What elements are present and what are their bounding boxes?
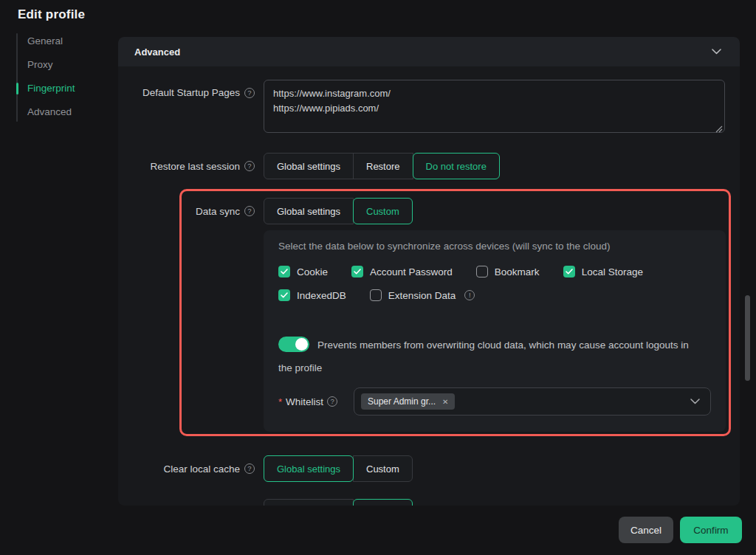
option-global-settings[interactable]: Global settings: [264, 455, 354, 482]
checkbox-checked-icon: [563, 266, 575, 278]
data-sync-label: Data sync ?: [182, 206, 255, 217]
vertical-scrollbar-thumb[interactable]: [745, 295, 750, 381]
checkbox-label: IndexedDB: [297, 290, 346, 301]
checkbox-bookmark[interactable]: Bookmark: [476, 266, 540, 278]
sidebar-item-label: Fingerprint: [27, 83, 75, 94]
protect-toggle-paragraph: Prevents members from overwriting cloud …: [278, 334, 696, 379]
restore-session-row: Restore last session ? Global settings R…: [118, 153, 725, 179]
option-custom[interactable]: Custom: [353, 499, 413, 506]
option-restore[interactable]: Restore: [353, 153, 413, 179]
restore-session-label: Restore last session ?: [118, 161, 255, 172]
protect-toggle-switch[interactable]: [278, 337, 309, 352]
protect-toggle-text: Prevents members from overwriting cloud …: [278, 339, 689, 373]
option-do-not-restore[interactable]: Do not restore: [413, 153, 500, 179]
checkbox-local-storage[interactable]: Local Storage: [563, 266, 643, 278]
checkbox-label: Extension Data: [388, 290, 456, 301]
help-icon[interactable]: ?: [244, 161, 255, 171]
option-global-settings[interactable]: Global settings: [264, 499, 354, 506]
checkbox-account-password[interactable]: Account Password: [351, 266, 453, 278]
advanced-settings-panel: Advanced Default Startup Pages ? https:/…: [118, 37, 740, 506]
sidebar-item-label: General: [27, 35, 63, 46]
sidebar-item-advanced[interactable]: Advanced: [16, 100, 112, 124]
toggle-knob: [295, 338, 308, 351]
checkbox-checked-icon: [351, 266, 363, 278]
checkbox-label: Bookmark: [495, 266, 540, 278]
sidebar-item-general[interactable]: General: [16, 30, 112, 53]
startup-pages-input[interactable]: https://www.instagram.com/ https://www.p…: [264, 80, 725, 133]
whitelist-row: * Whitelist ? Super Admin gr... ✕: [278, 387, 711, 416]
sync-checkbox-row-1: Cookie Account Password Bookmark Local S…: [278, 266, 643, 278]
help-icon[interactable]: ?: [244, 463, 255, 474]
sidebar: General Proxy Fingerprint Advanced: [16, 30, 112, 124]
checkbox-indexeddb[interactable]: IndexedDB: [278, 289, 346, 301]
section-title: Advanced: [134, 46, 180, 58]
checkbox-cookie[interactable]: Cookie: [278, 266, 328, 278]
label-text: Whitelist: [286, 396, 323, 407]
sync-checkbox-row-2: IndexedDB Extension Data !: [278, 289, 475, 301]
next-section-row-partial: Global settings Custom: [118, 499, 725, 506]
option-global-settings[interactable]: Global settings: [264, 198, 354, 224]
clear-cache-label: Clear local cache ?: [118, 463, 255, 475]
checkbox-extension-data[interactable]: Extension Data !: [370, 289, 475, 301]
label-text: Restore last session: [150, 161, 240, 172]
checkbox-checked-icon: [278, 266, 290, 278]
label-text: Clear local cache: [163, 463, 240, 475]
active-indicator: [16, 83, 18, 94]
tag-close-icon[interactable]: ✕: [442, 398, 448, 406]
checkbox-label: Cookie: [297, 266, 328, 278]
startup-pages-label: Default Startup Pages ?: [118, 80, 255, 98]
sidebar-item-proxy[interactable]: Proxy: [16, 53, 112, 77]
checkbox-unchecked-icon: [370, 289, 382, 301]
help-icon[interactable]: ?: [327, 396, 337, 407]
option-custom[interactable]: Custom: [353, 455, 413, 482]
restore-session-options: Global settings Restore Do not restore: [264, 153, 500, 179]
data-sync-custom-panel: Select the data below to synchronize acr…: [264, 230, 726, 432]
label-text: Data sync: [196, 206, 240, 217]
option-global-settings[interactable]: Global settings: [264, 153, 354, 179]
sidebar-item-label: Advanced: [27, 106, 72, 117]
whitelist-label: * Whitelist ?: [278, 396, 354, 407]
tag-text: Super Admin gr...: [368, 396, 436, 407]
data-sync-description: Select the data below to synchronize acr…: [278, 241, 711, 252]
confirm-button[interactable]: Confirm: [680, 517, 742, 543]
checkbox-label: Account Password: [370, 266, 453, 278]
cancel-button[interactable]: Cancel: [619, 517, 673, 543]
checkbox-checked-icon: [278, 289, 290, 301]
whitelist-tag: Super Admin gr... ✕: [361, 393, 455, 410]
required-mark: *: [278, 396, 282, 407]
clear-cache-options: Global settings Custom: [264, 455, 413, 482]
page-title: Edit profile: [18, 7, 85, 22]
data-sync-highlight-box: Data sync ? Global settings Custom Selec…: [179, 189, 731, 436]
option-custom[interactable]: Custom: [353, 198, 413, 224]
label-text: Default Startup Pages: [142, 87, 240, 98]
help-icon[interactable]: ?: [244, 88, 255, 98]
next-section-options: Global settings Custom: [264, 499, 413, 506]
help-icon[interactable]: ?: [244, 206, 255, 216]
whitelist-select[interactable]: Super Admin gr... ✕: [354, 387, 711, 416]
data-sync-options: Global settings Custom: [264, 198, 413, 224]
resize-handle-icon[interactable]: [715, 125, 723, 133]
sidebar-item-fingerprint[interactable]: Fingerprint: [16, 77, 112, 100]
chevron-down-icon: [712, 49, 721, 55]
advanced-section-header[interactable]: Advanced: [118, 37, 740, 66]
checkbox-label: Local Storage: [582, 266, 643, 278]
startup-pages-row: Default Startup Pages ? https://www.inst…: [118, 80, 725, 136]
data-sync-row: Data sync ? Global settings Custom: [182, 198, 729, 224]
sidebar-item-label: Proxy: [27, 59, 53, 70]
checkbox-unchecked-icon: [476, 266, 488, 278]
clear-cache-row: Clear local cache ? Global settings Cust…: [118, 455, 725, 482]
info-icon[interactable]: !: [464, 290, 475, 300]
chevron-down-icon: [690, 399, 700, 404]
